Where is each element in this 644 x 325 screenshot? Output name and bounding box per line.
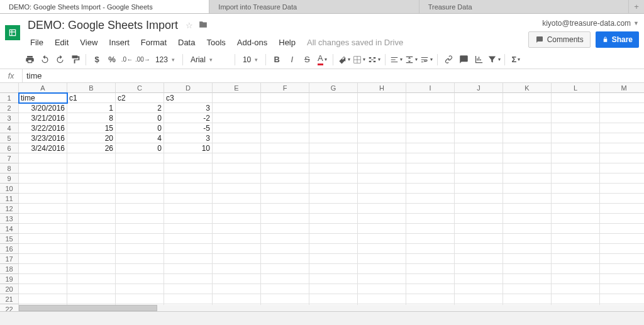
cell-A17[interactable] [19,254,67,264]
scroll-thumb[interactable] [19,305,157,311]
cell-K20[interactable] [503,284,552,294]
cell-K2[interactable] [503,103,552,113]
cell-L5[interactable] [552,133,600,143]
row-header-16[interactable]: 16 [0,244,19,254]
menu-addons[interactable]: Add-ons [232,36,272,49]
cell-I16[interactable] [406,244,455,254]
browser-tab-2[interactable]: Treasure Data [419,0,629,13]
cell-F12[interactable] [261,204,309,214]
cell-J8[interactable] [455,163,503,174]
cell-F9[interactable] [261,174,309,184]
row-header-11[interactable]: 11 [0,194,19,204]
cell-H8[interactable] [358,163,406,174]
share-button[interactable]: Share [596,31,639,48]
column-header-G[interactable]: G [309,83,358,93]
cell-B6[interactable]: 26 [67,143,116,153]
cell-G4[interactable] [309,123,358,133]
cell-G11[interactable] [309,194,358,204]
cell-E8[interactable] [213,163,261,174]
cell-G20[interactable] [309,284,358,294]
cell-A19[interactable] [19,274,67,284]
browser-tab-0[interactable]: DEMO: Google Sheets Import - Google Shee… [0,0,209,13]
star-icon[interactable]: ☆ [186,21,193,30]
row-header-2[interactable]: 2 [0,103,19,113]
cell-I10[interactable] [406,184,455,194]
font-select[interactable]: Arial▾ [187,54,231,65]
cell-M4[interactable] [600,123,644,133]
cell-K14[interactable] [503,224,552,234]
vertical-align-icon[interactable]: ▾ [404,52,418,67]
cell-G21[interactable] [309,294,358,304]
cell-M5[interactable] [600,133,644,143]
cell-E15[interactable] [213,234,261,244]
cell-B1[interactable]: c1 [67,93,116,103]
cell-D4[interactable]: -5 [164,123,213,133]
menu-tools[interactable]: Tools [201,36,230,49]
cell-I6[interactable] [406,143,455,153]
cell-I19[interactable] [406,274,455,284]
cell-I21[interactable] [406,294,455,304]
cell-G8[interactable] [309,163,358,174]
horizontal-scrollbar[interactable] [19,305,644,311]
cell-K21[interactable] [503,294,552,304]
cell-F18[interactable] [261,264,309,274]
cell-J13[interactable] [455,214,503,224]
cell-B2[interactable]: 1 [67,103,116,113]
cell-E1[interactable] [213,93,261,103]
cell-K9[interactable] [503,174,552,184]
cell-L17[interactable] [552,254,600,264]
cell-L9[interactable] [552,174,600,184]
cell-K13[interactable] [503,214,552,224]
text-wrap-icon[interactable]: ▾ [419,52,433,67]
cell-E21[interactable] [213,294,261,304]
row-header-1[interactable]: 1 [0,93,19,103]
cell-J14[interactable] [455,224,503,234]
cell-C4[interactable]: 0 [116,123,164,133]
cell-L3[interactable] [552,113,600,123]
cell-I11[interactable] [406,194,455,204]
cell-C5[interactable]: 4 [116,133,164,143]
cell-H7[interactable] [358,153,406,163]
row-header-20[interactable]: 20 [0,284,19,294]
cell-G12[interactable] [309,204,358,214]
cell-L21[interactable] [552,294,600,304]
cell-C15[interactable] [116,234,164,244]
cell-A12[interactable] [19,204,67,214]
cell-H17[interactable] [358,254,406,264]
cell-D5[interactable]: 3 [164,133,213,143]
cell-F14[interactable] [261,224,309,234]
number-format-select[interactable]: 123 ▾ [152,54,179,65]
cell-B5[interactable]: 20 [67,133,116,143]
cell-G2[interactable] [309,103,358,113]
row-header-17[interactable]: 17 [0,254,19,264]
cell-G17[interactable] [309,254,358,264]
cell-B18[interactable] [67,264,116,274]
column-header-F[interactable]: F [261,83,309,93]
row-header-7[interactable]: 7 [0,153,19,163]
cell-D14[interactable] [164,224,213,234]
cell-G19[interactable] [309,274,358,284]
cell-M20[interactable] [600,284,644,294]
cell-L18[interactable] [552,264,600,274]
cell-B7[interactable] [67,153,116,163]
document-title[interactable]: DEMO: Google Sheets Import [25,18,180,33]
cell-J12[interactable] [455,204,503,214]
bold-icon[interactable]: B [270,52,284,67]
cell-J9[interactable] [455,174,503,184]
cell-C10[interactable] [116,184,164,194]
column-header-L[interactable]: L [552,83,600,93]
cell-D1[interactable]: c3 [164,93,213,103]
cell-J17[interactable] [455,254,503,264]
chart-icon[interactable] [472,52,486,67]
column-header-I[interactable]: I [406,83,455,93]
cell-J21[interactable] [455,294,503,304]
cell-K1[interactable] [503,93,552,103]
column-header-D[interactable]: D [164,83,213,93]
cell-E5[interactable] [213,133,261,143]
cell-A11[interactable] [19,194,67,204]
cell-K17[interactable] [503,254,552,264]
cell-D11[interactable] [164,194,213,204]
cell-G18[interactable] [309,264,358,274]
cell-G3[interactable] [309,113,358,123]
cell-M10[interactable] [600,184,644,194]
